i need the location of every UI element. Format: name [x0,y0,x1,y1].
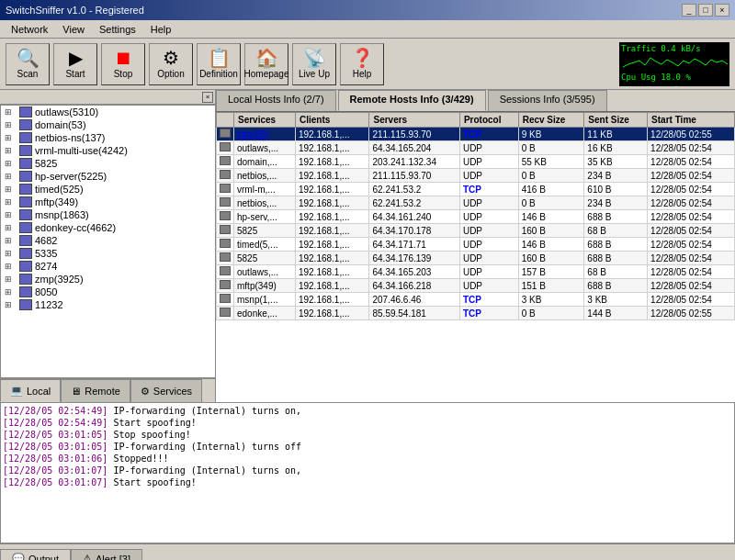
log-timestamp: [12/28/05 03:01:05] [3,442,107,452]
table-row[interactable]: domain,... 192.168.1,... 203.241.132.34 … [217,155,735,169]
table-row[interactable]: vrml-m,... 192.168.1,... 62.241.53.2 TCP… [217,183,735,196]
connection-icon [220,266,231,275]
tab-sessions[interactable]: Sessions Info (3/595) [488,90,607,111]
tree-item[interactable]: ⊞ 8050 [1,286,215,298]
traffic-label: Traffic 0.4 kB/s [621,44,728,53]
tab-local[interactable]: 💻 Local [0,379,61,402]
table-row[interactable]: timed(5,... 192.168.1,... 64.34.171.71 U… [217,238,735,252]
protocol-udp: UDP [463,157,482,167]
cell-protocol: UDP [459,169,518,183]
tab-local-hosts[interactable]: Local Hosts Info (2/7) [216,90,336,111]
tree-item[interactable]: ⊞ 5825 [1,157,215,170]
col-recv[interactable]: Recv Size [518,113,584,128]
liveup-button[interactable]: 📡 Live Up [292,43,336,85]
tree-item[interactable]: ⊞ timed(525) [1,183,215,196]
bottom-tab-alert[interactable]: ⚠ Alert [3] [71,549,142,560]
menu-settings[interactable]: Settings [92,22,143,36]
table-row[interactable]: mftp(349) 192.168.1,... 64.34.166.218 UD… [217,279,735,293]
cell-client: 192.168.1,... [295,210,369,224]
left-panel-close[interactable]: × [202,92,213,103]
sessions-table: Services Clients Servers Protocol Recv S… [216,112,735,320]
col-servers[interactable]: Servers [369,113,459,128]
table-row[interactable]: netbios,... 192.168.1,... 62.241.53.2 UD… [217,196,735,210]
menu-network[interactable]: Network [4,22,55,36]
tree-item[interactable]: ⊞ 4682 [1,234,215,247]
connection-icon [220,252,231,262]
host-icon [19,274,32,285]
table-row[interactable]: msnp(1,... 192.168.1,... 207.46.6.46 TCP… [217,293,735,307]
minimize-button[interactable]: _ [682,4,696,17]
tree-item[interactable]: ⊞ edonkey-cc(4662) [1,221,215,234]
tab-remote-hosts[interactable]: Remote Hosts Info (3/429) [338,90,486,111]
tree-item[interactable]: ⊞ hp-server(5225) [1,170,215,183]
cell-server: 85.59.54.181 [369,307,459,320]
log-timestamp: [12/28/05 03:01:05] [3,430,107,440]
window-controls: _ □ × [682,4,729,17]
tree-item[interactable]: ⊞ netbios-ns(137) [1,131,215,144]
table-row[interactable]: hp-serv,... 192.168.1,... 64.34.161.240 … [217,210,735,224]
local-label: Local [27,386,51,397]
cell-sent: 68 B [584,224,648,238]
tree-item[interactable]: ⊞ outlaws(5310) [1,106,215,118]
start-button[interactable]: ▶ Start [53,43,97,85]
log-timestamp: [12/28/05 03:01:06] [3,454,107,464]
tab-remote[interactable]: 🖥 Remote [61,379,130,402]
expand-icon: ⊞ [5,262,19,271]
host-icon [19,145,32,156]
cell-server: 211.115.93.70 [369,169,459,183]
table-row[interactable]: outlaws,... 192.168.1,... 64.34.165.204 … [217,141,735,155]
bottom-tab-output[interactable]: 💬 Output [0,549,71,560]
cell-server: 64.34.161.240 [369,210,459,224]
table-row[interactable]: 5825 192.168.1,... 64.34.176.139 UDP 160… [217,252,735,265]
table-row[interactable]: outlaws,... 192.168.1,... 64.34.165.203 … [217,265,735,279]
connection-icon [220,129,231,138]
definition-button[interactable]: 📋 Definition [197,43,241,85]
tree-item[interactable]: ⊞ mftp(349) [1,196,215,208]
host-icon [19,119,32,130]
log-text: Start spoofing! [107,418,196,428]
menu-bar: Network View Settings Help [0,20,735,39]
tree-item[interactable]: ⊞ vrml-multi-use(4242) [1,144,215,157]
option-icon: ⚙ [163,49,179,67]
tree-item[interactable]: ⊞ domain(53) [1,118,215,131]
protocol-tcp: TCP [463,295,481,305]
table-row[interactable]: netbios,... 192.168.1,... 211.115.93.70 … [217,169,735,183]
tree-item[interactable]: ⊞ zmp(3925) [1,273,215,286]
tree-item[interactable]: ⊞ msnp(1863) [1,208,215,221]
col-protocol[interactable]: Protocol [459,113,518,128]
col-icon[interactable] [217,113,234,128]
col-services[interactable]: Services [234,113,296,128]
host-label: 4682 [35,235,57,246]
log-entry: [12/28/05 03:01:07] IP-forwarding (Inter… [3,465,732,476]
tree-item[interactable]: ⊞ 8274 [1,260,215,273]
close-button[interactable]: × [715,4,729,17]
cell-recv: 146 B [518,210,584,224]
menu-help[interactable]: Help [143,22,179,36]
col-clients[interactable]: Clients [295,113,369,128]
table-row[interactable]: http(80) 192.168.1,... 211.115.93.70 TCP… [217,128,735,141]
table-row[interactable]: 5825 192.168.1,... 64.34.170.178 UDP 160… [217,224,735,238]
cell-sent: 68 B [584,265,648,279]
scan-button[interactable]: 🔍 Scan [6,43,50,85]
protocol-tcp: TCP [463,308,481,319]
left-panel-tabs: 💻 Local 🖥 Remote ⚙ Services [0,378,215,402]
log-text: IP-forwarding (Internal) turns off [107,442,301,452]
maximize-button[interactable]: □ [698,4,713,17]
tree-item[interactable]: ⊞ 5335 [1,247,215,260]
col-time[interactable]: Start Time [648,113,735,128]
tree-item[interactable]: ⊞ 11232 [1,298,215,311]
option-button[interactable]: ⚙ Option [149,43,193,85]
homepage-button[interactable]: 🏠 Homepage [244,43,288,85]
stop-button[interactable]: ⏹ Stop [101,43,145,85]
table-row[interactable]: edonke,... 192.168.1,... 85.59.54.181 TC… [217,307,735,320]
menu-view[interactable]: View [55,22,92,36]
help-button[interactable]: ❓ Help [340,43,384,85]
log-timestamp: [12/28/05 02:54:49] [3,418,107,428]
log-content[interactable]: [12/28/05 02:54:49] IP-forwarding (Inter… [0,402,735,543]
service-link[interactable]: http(80) [237,129,268,140]
cell-recv: 55 KB [518,155,584,169]
cell-time: 12/28/05 02:54 [648,238,735,252]
tab-services[interactable]: ⚙ Services [130,379,202,402]
cell-client: 192.168.1,... [295,183,369,196]
col-sent[interactable]: Sent Size [584,113,648,128]
